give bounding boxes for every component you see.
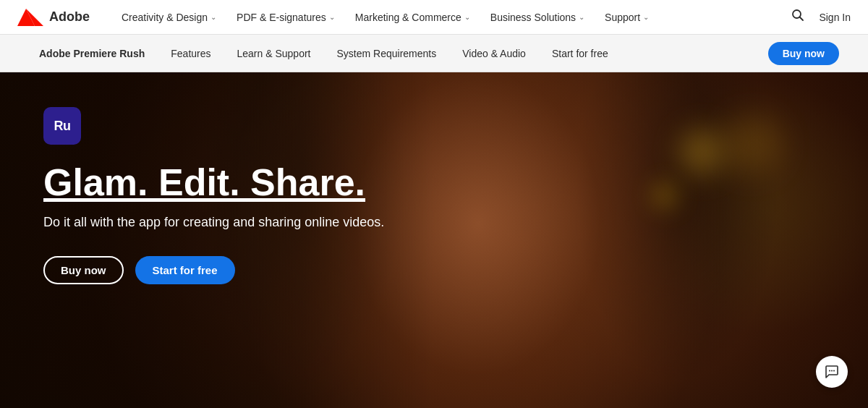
hero-content: Ru Glam. Edit. Share. Do it all with the… <box>0 72 868 284</box>
svg-line-4 <box>800 17 804 21</box>
sec-nav-learn-support[interactable]: Learn & Support <box>227 35 321 72</box>
nav-creativity-label: Creativity & Design <box>122 12 208 23</box>
main-menu: Creativity & Design ⌄ PDF & E-signatures… <box>113 0 788 35</box>
nav-item-creativity[interactable]: Creativity & Design ⌄ <box>113 0 225 35</box>
nav-business-label: Business Solutions <box>490 12 576 23</box>
secondary-navigation: Adobe Premiere Rush Features Learn & Sup… <box>0 35 868 72</box>
hero-cta-row: Buy now Start for free <box>43 256 868 284</box>
svg-point-5 <box>829 370 830 372</box>
nav-pdf-label: PDF & E-signatures <box>237 12 326 23</box>
sec-nav-product-name[interactable]: Adobe Premiere Rush <box>29 35 155 72</box>
search-button[interactable] <box>788 6 807 28</box>
hero-headline: Glam. Edit. Share. <box>43 162 868 203</box>
sign-in-button[interactable]: Sign In <box>819 12 851 23</box>
svg-point-6 <box>831 370 833 372</box>
nav-item-support[interactable]: Support ⌄ <box>596 0 658 35</box>
sec-nav-start-for-free[interactable]: Start for free <box>542 35 618 72</box>
hero-start-free-button[interactable]: Start for free <box>135 256 235 284</box>
nav-support-label: Support <box>605 12 640 23</box>
top-navigation: Adobe Creativity & Design ⌄ PDF & E-sign… <box>0 0 868 35</box>
sec-nav-features[interactable]: Features <box>161 35 221 72</box>
nav-creativity-chevron-icon: ⌄ <box>210 13 216 21</box>
nav-marketing-label: Marketing & Commerce <box>355 12 461 23</box>
nav-item-business[interactable]: Business Solutions ⌄ <box>482 0 593 35</box>
secondary-buy-now-button[interactable]: Buy now <box>768 42 839 65</box>
sec-nav-system-requirements[interactable]: System Requirements <box>326 35 446 72</box>
chat-widget-button[interactable] <box>816 356 848 388</box>
chat-icon <box>825 365 839 379</box>
search-icon <box>791 9 804 22</box>
nav-business-chevron-icon: ⌄ <box>579 13 584 21</box>
nav-marketing-chevron-icon: ⌄ <box>464 13 470 21</box>
hero-section: Ru Glam. Edit. Share. Do it all with the… <box>0 72 868 408</box>
nav-pdf-chevron-icon: ⌄ <box>329 13 335 21</box>
svg-point-7 <box>833 370 835 372</box>
adobe-logo-icon <box>17 9 43 26</box>
nav-support-chevron-icon: ⌄ <box>643 13 649 21</box>
nav-item-pdf[interactable]: PDF & E-signatures ⌄ <box>228 0 344 35</box>
hero-subtext: Do it all with the app for creating and … <box>43 215 868 230</box>
rush-icon-text: Ru <box>54 119 71 134</box>
nav-right: Sign In <box>788 6 851 28</box>
sec-nav-video-audio[interactable]: Video & Audio <box>452 35 536 72</box>
nav-item-marketing[interactable]: Marketing & Commerce ⌄ <box>346 0 479 35</box>
hero-buy-now-button[interactable]: Buy now <box>43 256 124 284</box>
logo-area[interactable]: Adobe <box>17 9 90 26</box>
rush-app-icon: Ru <box>43 107 81 145</box>
hero-headline-text: Glam. Edit. Share. <box>43 161 365 203</box>
adobe-wordmark: Adobe <box>49 9 90 25</box>
